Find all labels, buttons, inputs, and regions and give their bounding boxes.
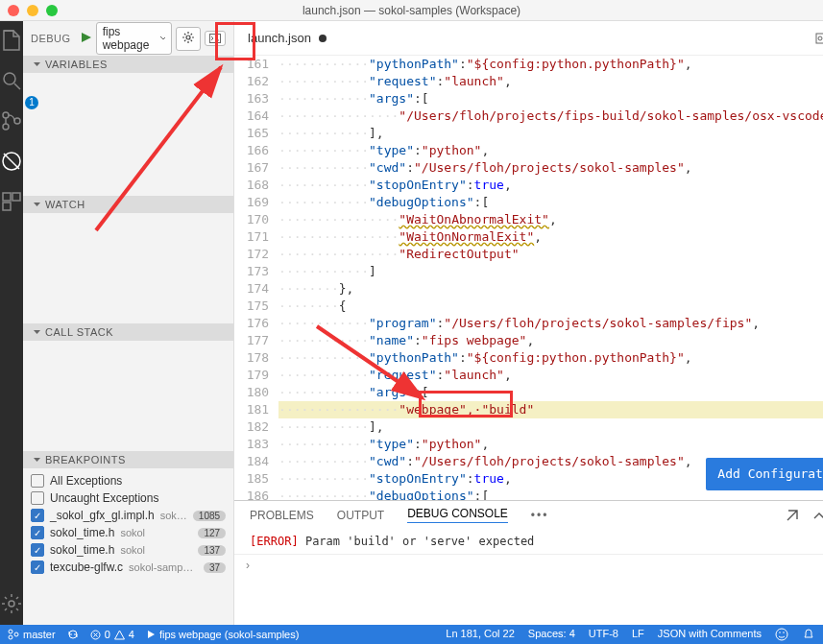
checkbox[interactable] (31, 474, 44, 488)
svg-rect-7 (3, 193, 11, 201)
callstack-body (23, 341, 233, 451)
window-title: launch.json — sokol-samples (Workspace) (303, 4, 520, 17)
checkbox[interactable]: ✓ (31, 543, 44, 557)
code-editor[interactable]: 1611621631641651661671681691701711721731… (234, 56, 823, 500)
status-problems[interactable]: 0 4 (90, 629, 134, 640)
svg-line-1 (14, 83, 20, 89)
checkbox[interactable]: ✓ (31, 561, 44, 574)
status-launch[interactable]: fips webpage (sokol-samples) (146, 629, 300, 640)
chevron-down-icon (33, 60, 41, 69)
breakpoint-sub: sokol (120, 527, 145, 538)
minimize-icon[interactable] (27, 5, 38, 16)
close-icon[interactable] (8, 5, 19, 16)
debug-console-toggle[interactable] (205, 31, 226, 46)
tab-debug-console[interactable]: DEBUG CONSOLE (407, 507, 508, 523)
checkbox[interactable]: ✓ (31, 526, 44, 539)
breakpoint-row[interactable]: ✓sokol_time.hsokol127 (23, 524, 233, 541)
svg-point-24 (779, 632, 781, 633)
breakpoint-row[interactable]: Uncaught Exceptions (23, 489, 233, 507)
start-debug-button[interactable] (79, 31, 92, 47)
svg-rect-8 (12, 193, 20, 201)
status-position[interactable]: Ln 181, Col 22 (446, 628, 515, 641)
debug-console-output: [ERROR] Param 'build' or 'serve' expecte… (234, 529, 823, 554)
error-icon (90, 630, 101, 640)
add-configuration-button[interactable]: Add Configuration... (706, 458, 823, 490)
more-icon[interactable]: ••• (531, 509, 549, 522)
breakpoint-count: 37 (204, 562, 226, 573)
svg-point-2 (3, 112, 9, 118)
svg-point-0 (4, 73, 15, 84)
status-branch[interactable]: master (8, 629, 56, 640)
console-input-marker[interactable]: › (234, 554, 823, 576)
breakpoint-count: 1085 (193, 511, 226, 521)
breakpoint-sub: sok… (160, 510, 187, 521)
tab-output[interactable]: OUTPUT (337, 509, 384, 522)
bell-icon[interactable] (802, 628, 815, 641)
source-control-icon[interactable] (0, 109, 23, 132)
variables-section-header[interactable]: VARIABLES (23, 56, 233, 73)
branch-icon (8, 629, 19, 640)
watch-section-header[interactable]: WATCH (23, 196, 233, 213)
status-spaces[interactable]: Spaces: 4 (528, 628, 575, 641)
warning-icon (114, 630, 125, 640)
breakpoint-name: All Exceptions (50, 474, 122, 488)
feedback-icon[interactable] (775, 628, 788, 641)
checkbox[interactable] (31, 491, 44, 505)
svg-rect-12 (210, 35, 221, 43)
svg-point-14 (818, 36, 822, 40)
console-icon (209, 34, 221, 43)
breakpoint-sub: sokol-samp… (129, 561, 193, 573)
svg-line-6 (4, 154, 19, 169)
breakpoint-name: sokol_time.h (50, 526, 114, 539)
breakpoint-name: texcube-glfw.c (50, 561, 123, 574)
callstack-section-header[interactable]: CALL STACK (23, 323, 233, 341)
tab-problems[interactable]: PROBLEMS (250, 509, 314, 522)
status-sync[interactable] (67, 629, 79, 640)
error-tag: [ERROR] (250, 535, 299, 548)
tab-label: launch.json (248, 31, 311, 45)
chevron-up-icon[interactable] (812, 509, 823, 522)
search-icon[interactable] (0, 69, 23, 92)
extensions-icon[interactable] (0, 190, 23, 213)
activity-bar: 1 (0, 21, 23, 625)
window-controls (8, 5, 58, 16)
status-eol[interactable]: LF (632, 628, 644, 641)
chevron-down-icon (33, 201, 41, 209)
debug-config-selector[interactable]: fips webpage (96, 22, 172, 55)
breakpoints-section-header[interactable]: BREAKPOINTS (23, 451, 233, 468)
svg-point-10 (9, 601, 14, 607)
status-language[interactable]: JSON with Comments (658, 628, 762, 641)
status-encoding[interactable]: UTF-8 (589, 628, 618, 641)
unsaved-dot-icon (319, 35, 327, 42)
breakpoint-row[interactable]: All Exceptions (23, 472, 233, 489)
editor-tabs: launch.json ••• (234, 21, 823, 56)
checkbox[interactable]: ✓ (31, 509, 44, 522)
play-icon (146, 630, 156, 639)
variables-body (23, 73, 233, 196)
chevron-down-icon (33, 328, 41, 337)
line-gutter: 1611621631641651661671681691701711721731… (234, 56, 278, 500)
breakpoint-sub: sokol (120, 544, 145, 556)
maximize-icon[interactable] (46, 5, 58, 16)
sync-icon (67, 629, 79, 640)
tab-launch-json[interactable]: launch.json (234, 23, 340, 53)
breakpoint-row[interactable]: ✓sokol_time.hsokol137 (23, 541, 233, 559)
settings-gear-icon[interactable] (0, 592, 23, 615)
chevron-down-icon (33, 456, 41, 465)
clear-icon[interactable] (786, 509, 799, 522)
svg-rect-9 (3, 203, 11, 210)
breakpoint-count: 137 (198, 545, 226, 556)
status-bar: master 0 4 fips webpage (sokol-samples) … (0, 625, 823, 644)
breakpoint-row[interactable]: ✓texcube-glfw.csokol-samp…37 (23, 559, 233, 576)
svg-point-4 (14, 118, 20, 124)
explorer-icon[interactable] (0, 29, 23, 52)
debug-label: DEBUG (31, 33, 71, 44)
svg-point-21 (14, 632, 18, 636)
debug-icon[interactable] (0, 150, 23, 173)
open-launch-json-button[interactable] (176, 27, 201, 51)
svg-point-23 (776, 629, 787, 640)
debug-header: DEBUG fips webpage (23, 21, 233, 56)
breakpoint-row[interactable]: ✓_sokol_gfx_gl.impl.hsok…1085 (23, 507, 233, 524)
breakpoint-count: 127 (198, 528, 226, 538)
diff-icon[interactable] (815, 31, 823, 46)
